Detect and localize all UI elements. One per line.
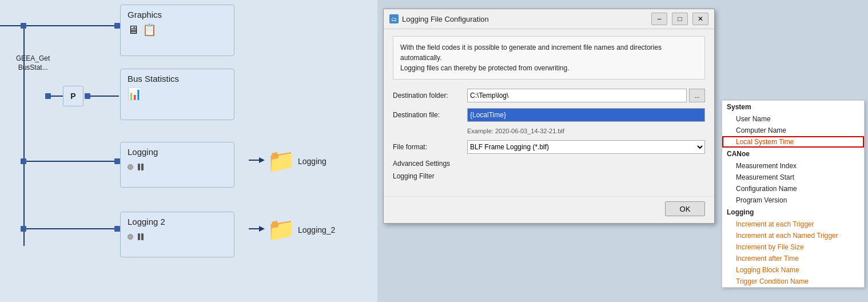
destination-file-field: Destination file: [393, 108, 705, 122]
p-label: P [70, 92, 75, 101]
destination-folder-input[interactable] [467, 89, 687, 102]
p-block: P [63, 86, 83, 106]
dropdown-configuration-name[interactable]: Configuration Name [722, 183, 864, 194]
connector-mid-right [85, 93, 90, 99]
logging2-arrow [249, 223, 266, 236]
logging-arrow [249, 154, 266, 168]
logging2-label: Logging_2 [298, 225, 335, 235]
connector-log-left [21, 158, 26, 164]
info-line2: Logging files can thereby be protected f… [400, 63, 698, 73]
destination-file-input[interactable] [467, 108, 705, 122]
logging2-node[interactable]: Logging 2 [120, 212, 234, 257]
logging-folder-icon: 📁 [267, 148, 296, 174]
dialog-window-controls[interactable]: – □ ✕ [651, 13, 708, 25]
destination-folder-field: Destination folder: ... [393, 89, 705, 102]
arrow-svg [249, 154, 266, 166]
logging-pause-icon [138, 164, 144, 170]
example-value: 2020-06-03_14-32-21.blf [495, 128, 564, 134]
file-format-label: File format: [393, 143, 467, 151]
destination-folder-label: Destination folder: [393, 92, 467, 100]
logging-title: Logging [128, 147, 158, 157]
canoe-section-header: CANoe [722, 148, 864, 160]
maximize-button[interactable]: □ [672, 13, 688, 25]
connector-top-right [114, 23, 120, 29]
logging2-controls [128, 233, 144, 240]
info-line1: With the field codes it is possible to g… [400, 42, 698, 63]
logging-folder-area: 📁 Logging [249, 148, 327, 174]
bus-statistics-node[interactable]: Bus Statistics 📊 [120, 69, 234, 120]
dropdown-measurement-start[interactable]: Measurement Start [722, 172, 864, 183]
logging-label: Logging [298, 157, 327, 166]
browse-folder-button[interactable]: ... [689, 89, 705, 102]
svg-marker-7 [259, 157, 265, 163]
connector-log2-left [21, 226, 26, 232]
logging-file-config-dialog: 🗂 Logging File Configuration – □ ✕ With … [383, 9, 715, 224]
file-format-field: File format: BLF Frame Logging (*.blf) M… [393, 140, 705, 154]
logging2-folder-icon: 📁 [267, 216, 296, 243]
logging-node[interactable]: Logging [120, 142, 234, 188]
logging2-title: Logging 2 [128, 217, 165, 227]
dropdown-increment-named-trigger[interactable]: Increment at each Named Trigger [722, 230, 864, 241]
dropdown-logging-block-name[interactable]: Logging Block Name [722, 264, 864, 276]
logging-dot-icon [128, 164, 133, 170]
logging2-folder-area: 📁 Logging_2 [249, 216, 335, 243]
field-code-dropdown[interactable]: System User Name Computer Name Local Sys… [722, 100, 865, 288]
file-example: Example: 2020-06-03_14-32-21.blf [467, 128, 705, 134]
file-format-select[interactable]: BLF Frame Logging (*.blf) MDF Frame Logg… [467, 140, 705, 154]
dropdown-increment-each-trigger[interactable]: Increment at each Trigger [722, 218, 864, 230]
bus-statistics-title: Bus Statistics [128, 74, 179, 84]
connector-mid-left [45, 93, 51, 99]
dialog-icon: 🗂 [389, 14, 399, 23]
dropdown-measurement-index[interactable]: Measurement Index [722, 160, 864, 172]
graphics-node[interactable]: Graphics 🖥 📋 [120, 5, 234, 56]
connector-top-left [21, 23, 26, 29]
dialog-title: Logging File Configuration [402, 15, 489, 23]
logging-filter-link[interactable]: Logging Filter [393, 172, 705, 180]
system-section-header: System [722, 101, 864, 113]
advanced-settings-link[interactable]: Advanced Settings [393, 160, 705, 168]
ok-button[interactable]: OK [665, 201, 705, 216]
logging-section-header: Logging [722, 206, 864, 218]
dialog-titlebar: 🗂 Logging File Configuration – □ ✕ [384, 9, 714, 29]
close-button[interactable]: ✕ [692, 13, 708, 25]
arrow2-svg [249, 223, 266, 235]
bus-statistics-icons: 📊 [128, 87, 142, 101]
connector-log2-right [114, 226, 120, 232]
connector-log-right [114, 158, 120, 164]
logging-controls [128, 164, 144, 170]
dialog-overlay: 🗂 Logging File Configuration – □ ✕ With … [377, 0, 868, 302]
dropdown-local-system-time[interactable]: Local System Time [722, 136, 864, 148]
dialog-title-left: 🗂 Logging File Configuration [389, 14, 489, 23]
dropdown-computer-name[interactable]: Computer Name [722, 125, 864, 136]
destination-file-label: Destination file: [393, 111, 467, 119]
graphics-icons: 🖥 📋 [128, 23, 157, 37]
dialog-content: With the field codes it is possible to g… [384, 29, 714, 192]
logging2-dot-icon [128, 234, 133, 240]
dropdown-program-version[interactable]: Program Version [722, 194, 864, 206]
logging2-pause-icon [138, 233, 144, 240]
canvas-area: GEEA_Get BusStat... P Graphics 🖥 📋 Bus S… [0, 0, 383, 302]
dropdown-trigger-condition-name[interactable]: Trigger Condition Name [722, 276, 864, 287]
dropdown-increment-after-time[interactable]: Increment after Time [722, 253, 864, 264]
graphics-title: Graphics [128, 10, 162, 19]
dialog-footer: OK [384, 196, 714, 223]
geea-label: GEEA_Get BusStat... [16, 54, 50, 72]
minimize-button[interactable]: – [651, 13, 667, 25]
dialog-info-box: With the field codes it is possible to g… [393, 36, 705, 80]
example-label: Example: [467, 128, 493, 134]
dropdown-increment-file-size[interactable]: Increment by File Size [722, 241, 864, 253]
dropdown-user-name[interactable]: User Name [722, 113, 864, 125]
svg-marker-9 [259, 226, 265, 232]
